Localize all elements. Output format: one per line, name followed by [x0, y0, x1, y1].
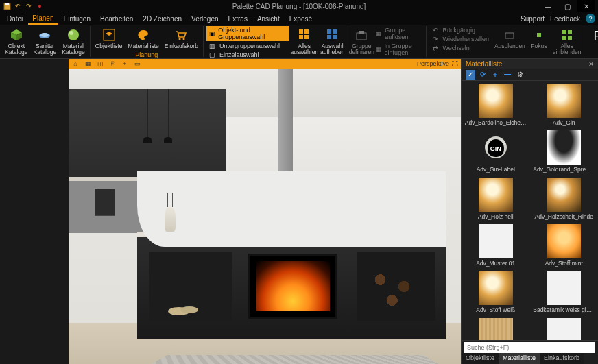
save-icon[interactable]: [3, 2, 11, 10]
auswahl-aufheben-button[interactable]: Auswahl aufheben: [320, 26, 345, 58]
redo-icon[interactable]: ↷: [25, 2, 33, 10]
remove-icon[interactable]: —: [503, 70, 512, 80]
log-storage: [357, 252, 435, 321]
material-item[interactable]: Adv_Bardolino_Eiche_natur: [463, 84, 529, 126]
wechseln[interactable]: ⇄Wechseln: [429, 44, 491, 52]
svg-rect-18: [333, 29, 337, 34]
gear-icon[interactable]: ⚙: [515, 70, 525, 80]
link-icon[interactable]: ⎘: [108, 60, 117, 68]
menu-einfuegen[interactable]: Einfügen: [60, 14, 95, 24]
material-item[interactable]: Adv_Goldrand_Sprenkel (2): [531, 130, 597, 173]
sanitaer-kataloge-button[interactable]: Sanitär Kataloge: [32, 26, 59, 58]
einzelauswahl-toggle[interactable]: ▢Einzelauswahl: [206, 51, 289, 59]
material-item[interactable]: Adv_Stoff weiß: [463, 271, 529, 313]
refresh-icon[interactable]: ⟳: [478, 70, 488, 80]
search-input[interactable]: [467, 344, 593, 351]
material-item[interactable]: Adv_Muster 01: [463, 224, 529, 267]
material-kataloge-button[interactable]: Material Kataloge: [60, 26, 87, 58]
grid-deselect-icon: [325, 27, 340, 43]
material-item[interactable]: Adv_Holz hell: [463, 178, 529, 220]
panel-title: Materialliste: [466, 60, 502, 68]
grid-icon[interactable]: ▦: [84, 60, 92, 68]
material-label: Adv_Bardolino_Eiche_natur: [465, 120, 527, 126]
fokus-button[interactable]: Fokus: [529, 26, 549, 51]
menu-extras[interactable]: Extras: [224, 14, 252, 24]
group-icon: [354, 27, 369, 43]
check-icon[interactable]: ✓: [466, 70, 475, 80]
tab-einkaufskorb[interactable]: Einkaufskorb: [540, 353, 584, 364]
material-item[interactable]: Badkeramik weiss glänzend: [531, 271, 597, 313]
material-item[interactable]: [531, 318, 597, 340]
tab-materialliste[interactable]: Materialliste: [499, 353, 540, 364]
svg-rect-25: [562, 30, 566, 34]
record-icon[interactable]: ●: [36, 2, 44, 10]
viewport: ⌂ ▦ ◫ ⎘ + ▭ Perspektive⛶: [69, 59, 461, 364]
material-thumb: [479, 271, 513, 305]
material-label: Adv_Gin-Label: [477, 167, 515, 173]
menu-planen[interactable]: Planen: [28, 13, 58, 25]
menu-2d-zeichnen[interactable]: 2D Zeichnen: [139, 14, 186, 24]
in-gruppe-einfuegen[interactable]: ▦In Gruppe einfügen: [374, 42, 424, 57]
single-icon: ▢: [208, 51, 217, 58]
material-item[interactable]: Adv_Gin: [531, 84, 597, 126]
scene-chimney: [278, 69, 293, 178]
tool-icon[interactable]: +: [121, 60, 129, 68]
undo-icon[interactable]: ↶: [14, 2, 22, 10]
panel-close-icon[interactable]: ✕: [588, 60, 594, 68]
help-icon[interactable]: ?: [586, 14, 595, 23]
svg-point-12: [183, 38, 185, 40]
material-item[interactable]: [463, 318, 529, 340]
alles-auswaehlen-button[interactable]: Alles auswählen: [290, 26, 318, 58]
menu-verlegen[interactable]: Verlegen: [187, 14, 222, 24]
material-item[interactable]: Adv_Holzscheit_Rinde: [531, 178, 597, 220]
add-icon[interactable]: ＋: [490, 70, 500, 80]
gruppe-definieren-button[interactable]: Gruppe definieren: [351, 26, 372, 58]
tab-objektliste[interactable]: Objektliste: [462, 353, 499, 364]
objekt-kataloge-button[interactable]: Objekt Kataloge: [3, 26, 30, 58]
material-item[interactable]: GINAdv_Gin-Label: [463, 130, 529, 173]
search-box[interactable]: [464, 342, 595, 353]
feedback-link[interactable]: Feedback: [550, 15, 580, 23]
alles-einblenden-button[interactable]: Alles einblenden: [551, 26, 584, 58]
menu-bearbeiten[interactable]: Bearbeiten: [96, 14, 137, 24]
menu-ansicht[interactable]: Ansicht: [253, 14, 284, 24]
viewport-canvas[interactable]: [69, 69, 461, 364]
untergruppenauswahl-toggle[interactable]: ▥Untergruppenauswahl: [206, 42, 289, 50]
scene-lamp-2: [168, 89, 169, 137]
support-link[interactable]: Support: [521, 15, 545, 23]
view-icon[interactable]: ◫: [96, 60, 104, 68]
einkaufskorb-button[interactable]: Einkaufskorb: [163, 26, 200, 51]
rueckgaengig[interactable]: ↶Rückgängig: [429, 26, 491, 34]
file-icon[interactable]: ▭: [133, 60, 141, 68]
cube-green-icon: [9, 27, 24, 43]
gruppe-aufloesen[interactable]: ▦Gruppe auflösen: [374, 26, 424, 41]
objekt-gruppenauswahl-toggle[interactable]: ▣Objekt- und Gruppenauswahl: [206, 26, 289, 41]
expand-icon[interactable]: ⛶: [452, 60, 458, 67]
menu-datei[interactable]: Datei: [3, 14, 27, 24]
home-icon[interactable]: ⌂: [71, 60, 80, 68]
grid-select-icon: [297, 27, 312, 43]
material-item[interactable]: Adv_Stoff mint: [531, 224, 597, 267]
material-label: Adv_Holz hell: [478, 214, 514, 220]
close-button[interactable]: ✕: [577, 0, 595, 12]
material-thumb: [547, 178, 581, 212]
materialliste-button[interactable]: Materialliste: [125, 26, 160, 51]
material-thumb: GIN: [485, 136, 507, 158]
svg-point-6: [40, 33, 49, 37]
svg-rect-19: [327, 35, 331, 39]
svg-marker-10: [106, 32, 112, 36]
svg-point-11: [179, 38, 181, 40]
menu-expose[interactable]: Exposé: [285, 14, 316, 24]
svg-rect-17: [327, 29, 331, 34]
maximize-button[interactable]: ▢: [558, 0, 576, 12]
materialliste-panel: Materialliste ✕ ✓ ⟳ ＋ — ⚙ Adv_Bardolino_…: [461, 59, 598, 364]
wiederherstellen[interactable]: ↷Wiederherstellen: [429, 35, 491, 43]
ausblenden-button[interactable]: Ausblenden: [492, 26, 527, 51]
material-scroll[interactable]: Adv_Bardolino_Eiche_naturAdv_GinGINAdv_G…: [462, 81, 598, 340]
viewport-toolbar: ⌂ ▦ ◫ ⎘ + ▭ Perspektive⛶: [69, 59, 461, 69]
window-title: Palette CAD Planung - [10OK-006-Planung]: [232, 3, 366, 10]
brand-box: PaletteCAD Lizenz KdNr.: 102327 Palette …: [586, 26, 598, 57]
objektliste-button[interactable]: Objektliste: [93, 26, 125, 51]
hide-icon: [502, 27, 517, 43]
minimize-button[interactable]: —: [539, 0, 557, 12]
